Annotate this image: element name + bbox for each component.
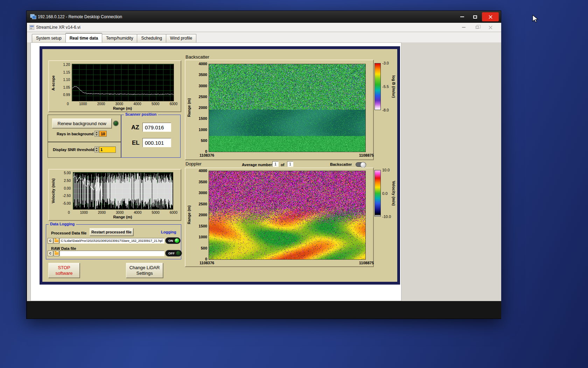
- backscatter-colorbar-ticks: -3.0-5.5-8.0: [382, 61, 389, 112]
- snr-spinner[interactable]: [94, 146, 99, 152]
- raw-logging-toggle[interactable]: OFF: [165, 250, 182, 257]
- tick-label: 4000: [199, 169, 207, 173]
- rdp-titlebar[interactable]: 192.168.0.122 - Remote Desktop Connectio…: [27, 11, 501, 23]
- app-restore-button[interactable]: [472, 24, 482, 31]
- el-label: EL: [132, 139, 140, 146]
- tick-label: 0.00: [64, 186, 71, 190]
- tick-label: 1500: [199, 224, 207, 228]
- raw-drive-selector[interactable]: C: [48, 251, 53, 256]
- tick-label: -10.0: [382, 214, 391, 219]
- processed-browse-button[interactable]: [54, 238, 59, 244]
- tick-label: 6000: [170, 211, 177, 214]
- tick-label: 5000: [152, 102, 159, 106]
- remote-desktop: StreamLine XR v14-6.vi System setup Real…: [27, 23, 501, 319]
- data-logging-group: Data Logging Processed Data file Restart…: [46, 224, 181, 259]
- processed-drive-selector[interactable]: C: [48, 238, 53, 244]
- tick-label: 0.99: [63, 93, 70, 97]
- tick-label: 1000: [199, 235, 207, 239]
- backscatter-yticks: 40003500300025002000150010005000: [194, 62, 207, 154]
- backscatter-plot-panel: Range (m) 400035003000250020001500100050…: [185, 60, 374, 160]
- processed-path-row: C C:\Lidar\Data\Proc\2023\202309\2023091…: [48, 238, 164, 244]
- tick-label: 3500: [199, 180, 207, 184]
- tick-label: 0: [68, 211, 70, 214]
- doppler-colorbar-label: Velocity (m/s): [392, 181, 396, 206]
- average-number-field[interactable]: 1: [272, 161, 279, 167]
- stop-software-button[interactable]: STOP software: [48, 263, 80, 278]
- tick-label: 500: [201, 246, 207, 250]
- tab-temp-humidity[interactable]: Temp/humidity: [102, 34, 137, 42]
- tab-wind-profile[interactable]: Wind profile: [166, 34, 196, 42]
- folder-icon: [55, 252, 58, 255]
- velocity-xticks: 0100020003000400050006000: [68, 211, 177, 214]
- tick-label: 5000: [152, 211, 159, 214]
- tab-page: A-scope 1.201.151.101.050.99 01000200030…: [30, 42, 401, 301]
- tabbar: System setup Real time data Temp/humidit…: [27, 32, 501, 42]
- stop-line2: software: [55, 271, 72, 276]
- doppler-ylabel-wrap: Range (m): [187, 171, 191, 259]
- rdp-window: 192.168.0.122 - Remote Desktop Connectio…: [26, 11, 501, 319]
- rdp-minimize-button[interactable]: [456, 12, 468, 21]
- doppler-x-end: 1108875: [359, 261, 374, 265]
- backscatter-ylabel: Range (m): [187, 98, 191, 117]
- average-total-field[interactable]: 1: [287, 161, 293, 167]
- logging-off-led: [176, 251, 181, 255]
- tick-label: -5.5: [382, 84, 389, 89]
- logging-label: Logging: [161, 230, 176, 234]
- velocity-ylabel-wrap: Velocity (m/s): [51, 172, 55, 209]
- tick-label: 3000: [199, 84, 207, 88]
- rdp-maximize-button[interactable]: [469, 12, 481, 21]
- velocity-plot-canvas: [73, 172, 173, 210]
- app-titlebar[interactable]: StreamLine XR v14-6.vi: [27, 23, 501, 32]
- backscatter-x-end: 1108875: [359, 153, 374, 157]
- tick-label: 1500: [199, 116, 207, 121]
- backscatter-heatmap-canvas: [209, 64, 366, 152]
- raw-path-field[interactable]: [59, 251, 164, 256]
- ascope-plot-panel: A-scope 1.201.151.101.050.99 01000200030…: [48, 60, 181, 112]
- tick-label: -2.50: [63, 194, 71, 198]
- tick-label: -3.0: [382, 61, 389, 65]
- tick-label: 2000: [199, 213, 207, 217]
- velocity-ylabel: Velocity (m/s): [51, 178, 55, 203]
- snr-value-field[interactable]: 1: [99, 146, 116, 153]
- app-close-button[interactable]: [486, 24, 495, 31]
- tab-scheduling[interactable]: Scheduling: [137, 34, 166, 42]
- rdp-close-button[interactable]: [482, 12, 499, 21]
- tick-label: 4000: [133, 102, 141, 106]
- backscatter-ylabel-wrap: Range (m): [187, 64, 191, 151]
- change-lidar-settings-button[interactable]: Change LiDAR Settings: [126, 263, 163, 278]
- restart-processed-file-button[interactable]: Restart processed file: [90, 228, 133, 236]
- tab-real-time-data[interactable]: Real time data: [65, 33, 102, 42]
- panel-frame: A-scope 1.201.151.101.050.99 01000200030…: [40, 46, 400, 285]
- data-logging-title: Data Logging: [49, 222, 76, 226]
- app-minimize-button[interactable]: [459, 24, 468, 31]
- tick-label: 3500: [199, 73, 207, 77]
- processed-logging-toggle[interactable]: ON: [165, 237, 181, 244]
- tick-label: 6000: [170, 102, 177, 106]
- ascope-ylabel: A-scope: [51, 75, 55, 90]
- stop-line1: STOP: [58, 265, 70, 271]
- processed-path-field[interactable]: C:\Lidar\Data\Proc\2023\202309\20230917\…: [59, 238, 164, 244]
- raw-data-file-label: RAW Data file: [51, 246, 76, 251]
- raw-browse-button[interactable]: [54, 251, 59, 256]
- doppler-section-title: Doppler: [186, 161, 202, 166]
- labview-app-icon: [29, 25, 34, 30]
- doppler-colorbar-label-wrap: Velocity (m/s): [392, 170, 396, 217]
- doppler-backscatter-toggle[interactable]: [356, 162, 366, 167]
- el-value-field: 000.101: [142, 138, 171, 147]
- logging-on-led: [175, 238, 179, 243]
- doppler-plot-panel: Range (m) 400035003000250020001500100050…: [185, 168, 374, 267]
- doppler-colorbar: [374, 170, 381, 217]
- backscatter-colorbar-label-wrap: log B (/m/sr): [392, 63, 396, 110]
- rays-in-background-label: Rays in background: [57, 132, 93, 136]
- renew-background-button[interactable]: Renew background now: [52, 118, 112, 128]
- rays-spinner[interactable]: [94, 131, 99, 137]
- tick-label: 2.50: [64, 179, 71, 183]
- tick-label: 0.0: [382, 191, 391, 196]
- tick-label: 4000: [134, 211, 141, 214]
- app-window-title: StreamLine XR v14-6.vi: [36, 25, 80, 30]
- tab-system-setup[interactable]: System setup: [32, 34, 66, 42]
- doppler-xrange: 1108376 1108875: [200, 261, 374, 265]
- tick-label: -8.0: [382, 108, 389, 112]
- change-line2: Settings: [136, 271, 153, 276]
- rays-value-field[interactable]: 10: [99, 131, 107, 137]
